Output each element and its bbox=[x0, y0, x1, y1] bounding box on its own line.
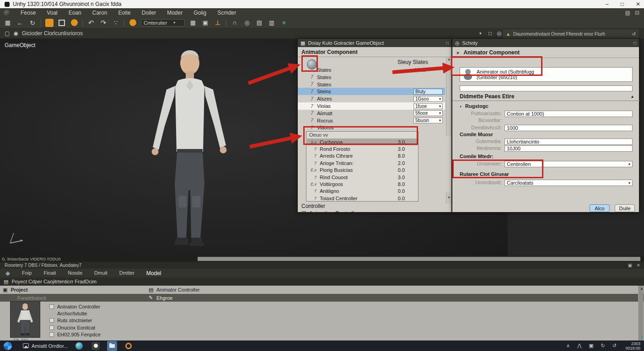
dots-icon[interactable]: ∵ bbox=[112, 19, 120, 27]
menu-item-moder[interactable]: Moder bbox=[167, 10, 182, 16]
menu-item-eoan[interactable]: Eoan bbox=[69, 10, 81, 16]
animator-object-field[interactable]: Animrator out (Suttnbfugg (Gntioiter (6l… bbox=[460, 67, 633, 82]
close-pane-icon[interactable]: ✕ bbox=[637, 263, 640, 268]
bottom-tab-dmuit[interactable]: Dmuit bbox=[94, 270, 107, 277]
project-tab-label[interactable]: Project bbox=[11, 287, 27, 292]
refresh-small-icon[interactable]: ↺ bbox=[632, 32, 636, 37]
pane-icon[interactable]: ▣ bbox=[628, 263, 632, 268]
menu-item-eoite[interactable]: Eoite bbox=[118, 10, 130, 16]
tray-sync-icon[interactable]: ↻ bbox=[601, 343, 605, 349]
options-icon[interactable]: ◎ bbox=[497, 30, 501, 37]
close-button[interactable]: ✕ bbox=[636, 1, 640, 7]
menu-item-feose[interactable]: Feose bbox=[21, 10, 36, 16]
state-row[interactable]: 7Alszes1Gsoo▾ bbox=[298, 95, 445, 102]
parameter-row[interactable]: E,xVoltiirgoos8.0 bbox=[307, 181, 418, 187]
project-list-item[interactable]: EH02.905 Fenpdce bbox=[49, 331, 101, 338]
collapse-chevron-icon[interactable]: ▴ bbox=[631, 94, 633, 99]
tray-display-icon[interactable]: ▣ bbox=[589, 343, 593, 349]
headset-icon[interactable]: ∩ bbox=[231, 19, 239, 27]
menu-item-caron[interactable]: Caron bbox=[92, 10, 107, 16]
state-dropdown[interactable]: 5fiooe▾ bbox=[413, 110, 443, 116]
save-icon[interactable]: ▥ bbox=[268, 19, 276, 27]
engine-label[interactable]: Ehgroe bbox=[156, 295, 172, 301]
bottom-tab-model[interactable]: Model bbox=[146, 270, 161, 277]
file-explorer-icon[interactable] bbox=[107, 341, 117, 351]
pane-maximize-icon[interactable]: □ bbox=[633, 41, 636, 46]
empty-field[interactable] bbox=[460, 85, 633, 91]
done-button[interactable]: Duile bbox=[615, 204, 635, 212]
maximize-pane-icon[interactable]: □ bbox=[488, 30, 492, 37]
project-scrollbar[interactable] bbox=[638, 286, 644, 340]
bottom-tab-foip[interactable]: Foip bbox=[22, 270, 32, 277]
item-checkbox[interactable] bbox=[49, 318, 54, 323]
context-dropdown[interactable]: Cmteruiter ▾ bbox=[141, 19, 185, 27]
undo-icon[interactable]: ↶ bbox=[87, 19, 95, 27]
menu-item-goiig[interactable]: Goiig bbox=[193, 10, 206, 16]
project-list-item[interactable]: Aninaton Controller bbox=[49, 303, 100, 310]
back-arrow-icon[interactable]: ← bbox=[16, 19, 24, 27]
state-dropdown[interactable]: 1Gsoo▾ bbox=[413, 96, 443, 102]
states-scrollbar-down[interactable]: ▼ bbox=[446, 192, 451, 203]
layers-icon[interactable]: ≡ bbox=[280, 19, 288, 27]
state-row[interactable]: 7States bbox=[298, 74, 445, 81]
console-message-tab[interactable]: ▲ Dauromendnotaot Onmet Ffienndr enor Ft… bbox=[503, 29, 639, 38]
state-dropdown[interactable]: 5buoin▾ bbox=[413, 117, 443, 123]
menu-item-doiler[interactable]: Doiler bbox=[142, 10, 156, 16]
state-row[interactable]: 7SteinsBluty bbox=[298, 88, 445, 95]
panel-toggle-icon[interactable]: ⊟ bbox=[635, 10, 639, 16]
tray-pin-icon[interactable]: ⋀ bbox=[577, 343, 581, 349]
apply-button[interactable]: Alco bbox=[590, 204, 610, 212]
parameter-row[interactable]: E,xPiorig Busicias0.0 bbox=[307, 167, 418, 174]
state-row[interactable]: 7Vitioros bbox=[298, 124, 445, 131]
tray-network-icon[interactable]: ↺ bbox=[612, 343, 617, 349]
redo-icon[interactable]: ↷ bbox=[99, 19, 107, 27]
checkbox-icon[interactable]: ☑ bbox=[301, 210, 306, 217]
settings-ring-icon[interactable] bbox=[123, 341, 134, 351]
project-list-item[interactable]: Onuciox Eonitcat bbox=[49, 324, 95, 331]
parameter-row[interactable]: 7Toiaxd Centroller0.0 bbox=[307, 195, 418, 202]
dropdown-arrow-icon[interactable]: ▾ bbox=[479, 31, 482, 36]
animation-controller-item[interactable]: Animation Controller bbox=[309, 210, 359, 217]
rotate-tool-icon[interactable] bbox=[70, 19, 78, 27]
state-row[interactable]: 7States bbox=[298, 81, 445, 88]
controller-dropdown[interactable]: Centirollen ▾ bbox=[504, 161, 633, 167]
start-button[interactable] bbox=[4, 342, 12, 350]
hierarchy-tab[interactable]: Gicioder Clorlcunlisrioros bbox=[22, 30, 83, 37]
clipboard-icon[interactable]: ▤ bbox=[255, 19, 263, 27]
scroll-down-icon[interactable]: ▼ bbox=[640, 335, 644, 340]
field-input[interactable]: 10J00 bbox=[504, 145, 633, 152]
paint-icon[interactable] bbox=[129, 19, 137, 27]
bottom-tab-dmtter[interactable]: Dmtter bbox=[119, 270, 134, 277]
animator-controller-label[interactable]: Animator Controller bbox=[156, 287, 200, 292]
camera-app-icon[interactable] bbox=[91, 341, 101, 351]
menu-item-voal[interactable]: Voal bbox=[47, 10, 57, 16]
parameter-row[interactable]: 7Rond Forosto3.0 bbox=[307, 145, 418, 152]
field-input[interactable]: Contion at 1000) bbox=[504, 111, 633, 117]
parameter-row[interactable]: 7Arioge Tntican:2.0 bbox=[307, 160, 418, 166]
states-panel-titlebar[interactable]: ▦ Doiay Kulo Goiracter GameObjsct □ bbox=[298, 39, 451, 47]
hierarchy-object-label[interactable]: GameObject bbox=[5, 42, 35, 48]
item-checkbox[interactable] bbox=[49, 332, 54, 337]
refresh-icon[interactable]: ↻ bbox=[28, 19, 37, 27]
grid-snap-icon[interactable]: ▦ bbox=[4, 19, 12, 27]
parameter-row[interactable]: S,yCuchoooa3.0 bbox=[307, 138, 418, 145]
parameter-row[interactable]: 7Arreds Cthrare8.0 bbox=[307, 153, 418, 160]
runtime-dropdown[interactable]: Carclioatats ▾ bbox=[504, 180, 633, 186]
model-thumbnail[interactable] bbox=[10, 301, 40, 338]
tray-chevron-icon[interactable]: ∧ bbox=[566, 343, 570, 349]
state-row[interactable]: 7Aiimatt5fiooe▾ bbox=[298, 110, 445, 117]
taskbar-clock[interactable]: 2303 0018:00 bbox=[625, 341, 640, 351]
item-checkbox[interactable] bbox=[49, 325, 54, 330]
pane-maximize-icon[interactable]: □ bbox=[446, 41, 449, 46]
layout-grid-icon[interactable]: ▦ bbox=[189, 19, 197, 27]
bottom-tab-nosde[interactable]: Nosde bbox=[68, 270, 82, 277]
rect-tool-icon[interactable] bbox=[58, 19, 66, 27]
state-row[interactable]: States bbox=[298, 66, 445, 74]
parameter-row[interactable]: 7Anitiigno0.0 bbox=[307, 188, 418, 195]
project-list-item[interactable]: Archor/tvtutte bbox=[49, 310, 87, 317]
maximize-button[interactable]: □ bbox=[621, 1, 624, 7]
state-row[interactable]: 7Rocrus5buoin▾ bbox=[298, 117, 445, 124]
state-row[interactable]: 7Vioias1fuoe▾ bbox=[298, 102, 445, 110]
parameter-row[interactable]: 7Rind Couoot3.0 bbox=[307, 174, 418, 181]
field-input[interactable]: Llohcrtiancinto bbox=[504, 138, 633, 145]
